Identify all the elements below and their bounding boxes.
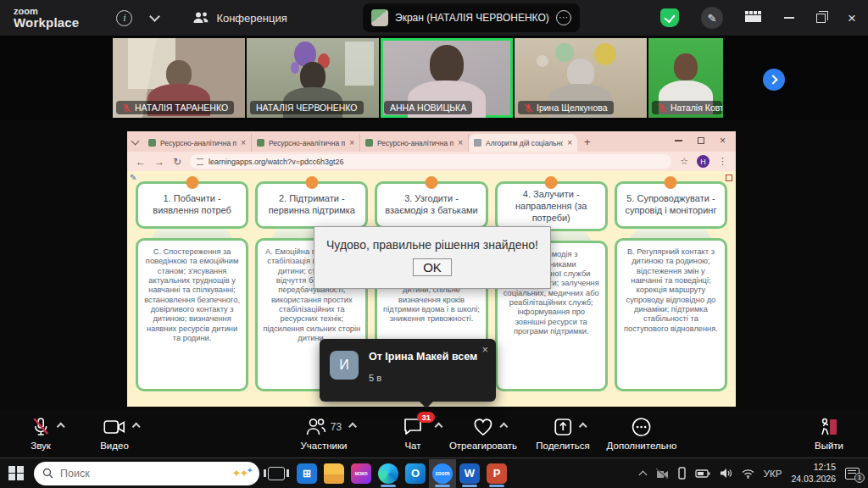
column-header-card[interactable]: 2. Підтримати - первинна підтримка: [255, 181, 368, 229]
reload-icon[interactable]: ↻: [173, 156, 181, 168]
participants-button[interactable]: 73 Участники: [301, 416, 348, 451]
share-options-chevron[interactable]: [579, 423, 587, 431]
react-options-chevron[interactable]: [500, 423, 509, 431]
tab-close-icon[interactable]: ×: [458, 138, 463, 147]
connector-dot: [545, 176, 558, 189]
speaker-icon[interactable]: [720, 468, 732, 479]
taskbar-app-powerpoint[interactable]: P: [483, 459, 510, 488]
participants-options-chevron[interactable]: [348, 423, 357, 431]
titlebar: zoom Workplace i Конференция Экран (НАТА…: [0, 0, 868, 36]
new-tab-button[interactable]: +: [584, 136, 591, 148]
tab-close-icon[interactable]: ×: [349, 138, 354, 147]
column-body-card[interactable]: В. Регулярний контакт з дитиною та родин…: [615, 238, 727, 391]
video-button[interactable]: Видео: [100, 416, 129, 451]
column-body-card[interactable]: С. Спостереження за поведінкою та емоцій…: [136, 238, 248, 391]
tab-shared-screen-label: Экран (НАТАЛІЯ ЧЕРВОНЕНКО): [395, 12, 549, 24]
chat-options-chevron[interactable]: [435, 423, 443, 431]
browser-minimize-button[interactable]: [675, 140, 682, 141]
more-button[interactable]: Дополнительно: [607, 416, 677, 451]
tab-close-icon[interactable]: ×: [567, 138, 572, 147]
taskbar-app-edge[interactable]: [375, 459, 402, 488]
window-close-button[interactable]: ×: [848, 11, 856, 25]
video-tile-participant-2[interactable]: НАТАЛІЯ ЧЕРВОНЕНКО: [247, 38, 379, 118]
video-tile-participant-3-active-speaker[interactable]: АННА НОВИЦЬКА: [381, 38, 513, 118]
column-header-card[interactable]: 3. Узгодити - взаємодія з батьками: [375, 181, 487, 229]
share-button[interactable]: Поделиться: [536, 416, 590, 451]
logo-text-workplace: Workplace: [14, 16, 79, 29]
fullscreen-icon[interactable]: [726, 175, 732, 181]
connector-dot: [305, 176, 318, 189]
video-tile-participant-5[interactable]: Наталія Ковтун: [648, 38, 723, 118]
browser-tab-1[interactable]: Ресурсно-аналітична практи ×: [143, 134, 252, 152]
apps-grid-icon[interactable]: [745, 11, 762, 25]
participant-name-badge: Наталія Ковтун: [652, 101, 722, 114]
bookmark-star-icon[interactable]: ☆: [680, 156, 688, 167]
video-tile-participant-4[interactable]: Ірина Щелкунова: [515, 38, 647, 118]
chevron-right-icon: [768, 75, 777, 84]
browser-tab-2[interactable]: Ресурсно-аналітична практи ×: [252, 134, 360, 152]
column-header-card[interactable]: 4. Залучити - направлення (за потреби): [495, 181, 608, 231]
camera-blocked-icon[interactable]: [655, 468, 669, 480]
next-participants-page-button[interactable]: [763, 69, 785, 91]
tab-meeting[interactable]: Конференция: [192, 11, 287, 25]
taskbar-app-outlook[interactable]: O: [402, 459, 429, 488]
tab-search-chevron-icon[interactable]: [131, 137, 140, 146]
phone-link-icon[interactable]: [678, 467, 686, 480]
browser-tab-4-active[interactable]: Алгоритм дій соціального пе ×: [469, 134, 577, 152]
wifi-icon[interactable]: [742, 469, 754, 479]
leave-button[interactable]: Выйти: [815, 416, 843, 451]
chat-notification-popup[interactable]: × И От Ірина Макей всем 5 в: [320, 339, 496, 402]
video-tile-participant-1[interactable]: НАТАЛІЯ ТАРАНЕНКО: [113, 38, 245, 118]
tray-expand-chevron[interactable]: [638, 470, 647, 479]
meeting-info-icon[interactable]: i: [116, 10, 132, 26]
tab-close-icon[interactable]: ×: [241, 138, 246, 147]
start-button[interactable]: [8, 466, 24, 481]
forward-icon[interactable]: →: [154, 156, 164, 168]
taskbar-app-word[interactable]: W: [456, 459, 483, 488]
edit-pencil-icon[interactable]: ✎: [130, 173, 136, 182]
taskbar-app-m365[interactable]: M365: [348, 459, 375, 488]
task-view-icon[interactable]: [268, 467, 285, 480]
audio-button[interactable]: Звук: [31, 416, 51, 451]
audio-options-chevron[interactable]: [57, 423, 65, 431]
back-icon[interactable]: ←: [136, 156, 146, 168]
close-icon[interactable]: ×: [481, 343, 488, 356]
taskbar-app-zoom[interactable]: zoom: [429, 459, 456, 488]
react-button[interactable]: Отреагировать: [449, 416, 517, 451]
browser-tab-3[interactable]: Ресурсно-аналітична практи ×: [360, 134, 469, 152]
taskbar-search[interactable]: ✦✦✦: [34, 462, 259, 485]
tab-more-icon[interactable]: ⋯: [556, 10, 571, 25]
video-options-chevron[interactable]: [132, 423, 141, 431]
profile-avatar[interactable]: H: [697, 155, 709, 168]
chat-button[interactable]: 31 Чат: [403, 416, 423, 451]
column-header-card[interactable]: 1. Побачити - виявлення потреб: [136, 181, 248, 229]
shared-screen-stage: Ресурсно-аналітична практи × Ресурсно-ан…: [0, 120, 868, 410]
tab-shared-screen[interactable]: Экран (НАТАЛІЯ ЧЕРВОНЕНКО) ⋯: [363, 3, 580, 32]
taskbar-app-explorer[interactable]: [320, 459, 348, 488]
success-dialog: Чудово, правильне рішення знайдено! OK: [314, 226, 551, 289]
window-minimize-button[interactable]: [784, 17, 794, 19]
security-shield-icon[interactable]: [660, 8, 679, 27]
windows-taskbar: ✦✦✦ ⊞ M365 O zoom W P: [0, 458, 868, 488]
column-header-card[interactable]: 5. Супроводжувати - супровід і моніторин…: [615, 181, 727, 229]
address-bar[interactable]: learningapps.org/watch?v=pdcc6h3gt26: [190, 154, 671, 169]
ok-button[interactable]: OK: [413, 258, 452, 276]
window-restore-button[interactable]: [816, 14, 826, 23]
connector-dot: [426, 176, 438, 189]
outlook-icon: O: [405, 463, 426, 484]
sender-avatar: И: [330, 351, 359, 380]
taskbar-app-store[interactable]: ⊞: [293, 459, 320, 488]
chevron-down-icon[interactable]: [150, 11, 161, 22]
notification-center-icon[interactable]: 1: [845, 468, 860, 480]
site-settings-icon[interactable]: [197, 158, 203, 165]
browser-restore-button[interactable]: [698, 137, 704, 144]
browser-menu-icon[interactable]: ⋮: [718, 156, 727, 167]
taskbar-clock[interactable]: 12:15 24.03.2026: [791, 462, 836, 484]
participants-icon: [192, 11, 209, 25]
browser-close-button[interactable]: ×: [720, 136, 726, 146]
tray-date: 24.03.2026: [791, 474, 836, 485]
search-input[interactable]: [60, 468, 225, 480]
annotation-pencil-icon[interactable]: ✎: [701, 7, 723, 29]
battery-icon[interactable]: [695, 469, 710, 479]
language-indicator[interactable]: УКР: [764, 469, 782, 479]
